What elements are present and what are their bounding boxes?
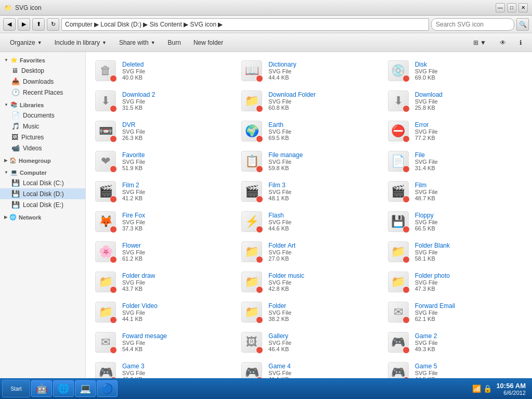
- maximize-button[interactable]: □: [507, 3, 516, 12]
- refresh-button[interactable]: ↻: [47, 18, 59, 31]
- homegroup-section: ▶ 🏠 Homegroup: [0, 156, 85, 165]
- file-type: SVG File: [268, 128, 291, 135]
- list-item[interactable]: 📁 Download Folder SVG File 60.8 KB: [236, 86, 381, 115]
- list-item[interactable]: 📄 File SVG File 31.4 KB: [383, 147, 528, 176]
- list-item[interactable]: 📁 Folder Blank SVG File 58.1 KB: [383, 237, 528, 266]
- taskbar-right: 📶 🔒 10:56 AM 6/6/2012: [472, 382, 530, 396]
- list-item[interactable]: 🦊 Fire Fox SVG File 37.3 KB: [90, 207, 235, 236]
- up-button[interactable]: ⬆: [32, 18, 45, 31]
- list-item[interactable]: ⚡ Flash SVG File 44.6 KB: [236, 207, 381, 236]
- file-size: 44.4 KB: [268, 74, 296, 81]
- list-item[interactable]: 💿 Disk SVG File 69.0 KB: [383, 56, 528, 85]
- list-item[interactable]: 📁 Folder music SVG File 42.8 KB: [236, 267, 381, 297]
- file-size: 61.2 KB: [122, 255, 145, 262]
- list-item[interactable]: 📁 Folder Art SVG File 27.0 KB: [236, 237, 381, 266]
- list-item[interactable]: 📁 Folder SVG File 38.2 KB: [236, 298, 381, 327]
- address-path[interactable]: Computer ▶ Local Disk (D:) ▶ Sis Content…: [61, 18, 429, 31]
- view-toggle-button[interactable]: ⊞ ▼: [468, 36, 492, 49]
- file-info: Foward mesage SVG File 54.4 KB: [122, 332, 167, 352]
- sidebar-item-local-disk-e[interactable]: 💾 Local Disk (E:): [0, 199, 85, 210]
- taskbar-app-ie[interactable]: 🌐: [53, 380, 74, 397]
- close-button[interactable]: ✕: [518, 3, 528, 12]
- taskbar-app-robot[interactable]: 🤖: [31, 380, 52, 397]
- file-name: File manage: [268, 151, 303, 159]
- file-badge: [403, 196, 410, 203]
- list-item[interactable]: 🌍 Earth SVG File 69.5 KB: [236, 117, 381, 146]
- clock-time: 10:56 AM: [496, 382, 526, 390]
- file-thumbnail: ⬇: [386, 88, 411, 113]
- computer-header[interactable]: ▼ 💻 Computer: [0, 168, 85, 177]
- preview-button[interactable]: 👁: [494, 36, 512, 49]
- share-arrow-icon: ▼: [151, 40, 155, 45]
- start-button[interactable]: Start: [2, 380, 30, 397]
- sidebar-item-recent-places[interactable]: 🕐 Recent Places: [0, 87, 85, 98]
- list-item[interactable]: 🎬 Film SVG File 48.7 KB: [383, 177, 528, 206]
- sidebar-item-desktop[interactable]: 🖥 Desktop: [0, 65, 85, 76]
- videos-icon: 📹: [11, 144, 20, 152]
- favorites-header[interactable]: ▼ ⭐ Favorites: [0, 55, 85, 65]
- info-button[interactable]: ℹ: [514, 36, 528, 49]
- file-size: 49.3 KB: [415, 346, 438, 352]
- taskbar-app-chrome[interactable]: 🔵: [97, 380, 118, 397]
- list-item[interactable]: 🎬 Film 3 SVG File 48.1 KB: [236, 177, 381, 206]
- file-name: Folder draw: [122, 272, 155, 279]
- file-size: 51.9 KB: [122, 165, 145, 171]
- libraries-header[interactable]: ▼ 📚 Libraries: [0, 100, 85, 110]
- search-input[interactable]: [431, 18, 514, 31]
- list-item[interactable]: ⬇ Download 2 SVG File 31.5 KB: [90, 86, 235, 115]
- file-type: SVG File: [122, 370, 145, 376]
- file-name: File: [415, 151, 438, 159]
- list-item[interactable]: 📁 Folder Video SVG File 44.1 KB: [90, 298, 235, 327]
- network-header[interactable]: ▶ 🌐 Network: [0, 212, 85, 222]
- file-info: Folder draw SVG File 43.7 KB: [122, 272, 155, 292]
- list-item[interactable]: 🎮 Game 2 SVG File 49.3 KB: [383, 328, 528, 357]
- list-item[interactable]: ✉ Foward mesage SVG File 54.4 KB: [90, 328, 235, 357]
- file-info: Floppy SVG File 66.5 KB: [415, 212, 438, 231]
- list-item[interactable]: ⬇ Download SVG File 25.8 KB: [383, 86, 528, 115]
- sidebar-item-local-disk-c[interactable]: 💾 Local Disk (C:): [0, 177, 85, 188]
- list-item[interactable]: 📼 DVR SVG File 26.3 KB: [90, 117, 235, 146]
- list-item[interactable]: ⛔ Error SVG File 77.2 KB: [383, 117, 528, 146]
- sidebar-item-pictures[interactable]: 🖼 Pictures: [0, 132, 85, 143]
- list-item[interactable]: 🗑 Deleted SVG File 40.0 KB: [90, 56, 235, 85]
- computer-section: ▼ 💻 Computer 💾 Local Disk (C:) 💾 Local D…: [0, 168, 85, 210]
- file-badge: [403, 75, 410, 82]
- minimize-button[interactable]: —: [496, 3, 505, 12]
- list-item[interactable]: ❤ Favorite SVG File 51.9 KB: [90, 147, 235, 176]
- burn-button[interactable]: Burn: [162, 36, 187, 49]
- back-button[interactable]: ◀: [3, 18, 16, 31]
- list-item[interactable]: 📁 Folder photo SVG File 47.3 KB: [383, 267, 528, 297]
- forward-button[interactable]: ▶: [18, 18, 30, 31]
- file-name: Film 2: [122, 182, 145, 189]
- sidebar-item-documents[interactable]: 📄 Documents: [0, 110, 85, 121]
- file-name: Folder Blank: [415, 242, 450, 249]
- list-item[interactable]: 📋 File manage SVG File 59.8 KB: [236, 147, 381, 176]
- share-with-button[interactable]: Share with ▼: [113, 36, 161, 49]
- sidebar-item-videos[interactable]: 📹 Videos: [0, 143, 85, 153]
- sidebar-item-downloads[interactable]: 📥 Downloads: [0, 76, 85, 87]
- file-name: Deleted: [122, 61, 145, 68]
- list-item[interactable]: 🌸 Flower SVG File 61.2 KB: [90, 237, 235, 266]
- file-badge: [403, 105, 410, 112]
- new-folder-button[interactable]: New folder: [188, 36, 229, 49]
- include-in-library-button[interactable]: Include in library ▼: [49, 36, 112, 49]
- sidebar-item-music[interactable]: 🎵 Music: [0, 121, 85, 132]
- list-item[interactable]: 🖼 Gallery SVG File 46.4 KB: [236, 328, 381, 357]
- taskbar-app-explorer[interactable]: 💻: [75, 380, 96, 397]
- libraries-expand-icon: ▼: [4, 102, 8, 107]
- list-item[interactable]: 💾 Floppy SVG File 66.5 KB: [383, 207, 528, 236]
- list-item[interactable]: ✉ Forward Email SVG File 62.1 KB: [383, 298, 528, 327]
- homegroup-header[interactable]: ▶ 🏠 Homegroup: [0, 156, 85, 165]
- list-item[interactable]: 🎬 Film 2 SVG File 41.2 KB: [90, 177, 235, 206]
- file-thumbnail: ✉: [93, 330, 118, 355]
- file-badge: [403, 286, 410, 293]
- taskbar: Start 🤖 🌐 💻 🔵 📶 🔒 10:56 AM 6/6/2012: [0, 378, 532, 399]
- disk-c-icon: 💾: [11, 179, 20, 187]
- network-section: ▶ 🌐 Network: [0, 212, 85, 222]
- list-item[interactable]: 📁 Folder draw SVG File 43.7 KB: [90, 267, 235, 297]
- search-button[interactable]: 🔍: [516, 18, 529, 31]
- list-item[interactable]: 📖 Dictionary SVG File 44.4 KB: [236, 56, 381, 85]
- organize-button[interactable]: Organize ▼: [4, 36, 48, 49]
- sidebar-item-local-disk-d[interactable]: 💾 Local Disk (D:): [0, 188, 85, 199]
- content-area[interactable]: 🗑 Deleted SVG File 40.0 KB 📖 Dictionary …: [86, 52, 532, 383]
